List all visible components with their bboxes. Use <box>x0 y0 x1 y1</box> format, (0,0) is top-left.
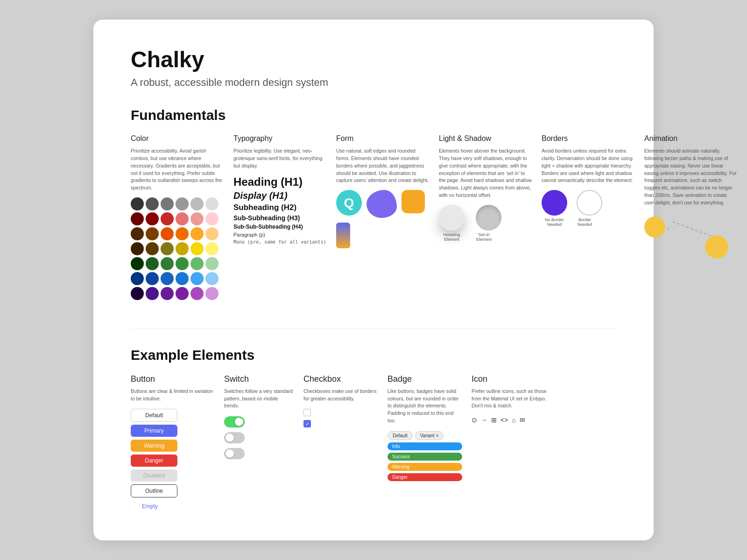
badge-danger[interactable]: Danger <box>388 473 462 481</box>
typography-label: Typography <box>233 134 327 143</box>
form-shape-bar <box>336 223 350 248</box>
button-disabled: Disabled <box>131 469 177 482</box>
swatch <box>176 197 189 210</box>
anim-arrow: ↓ <box>664 221 675 234</box>
typography-description: Prioritize legibility. Use elegant, neo-… <box>233 147 327 169</box>
icon-row: ⊙ → ⊞ <> ⌂ ✉ <box>472 416 556 424</box>
button-default[interactable]: Default <box>131 409 177 422</box>
swatch <box>146 257 159 270</box>
animation-area: ↓ <box>644 212 738 259</box>
swatch <box>176 212 189 225</box>
swatch <box>176 242 189 255</box>
form-shape-square <box>402 190 425 213</box>
badge-label: Badge <box>388 374 462 384</box>
switch-knob <box>226 434 234 442</box>
swatch <box>161 287 174 300</box>
swatch <box>176 287 189 300</box>
swatch <box>146 272 159 285</box>
icon-arrow: → <box>481 416 487 424</box>
swatch <box>190 242 204 255</box>
form-shape-q: Q <box>336 190 362 216</box>
hovering-element <box>439 205 465 231</box>
swatch <box>205 287 218 300</box>
checkbox-checked[interactable]: ✓ <box>303 420 311 427</box>
button-empty[interactable]: Empty <box>131 500 177 512</box>
border-circle <box>577 190 602 216</box>
switch-off-1[interactable] <box>224 432 245 443</box>
light-shadow-description: Elements hover abover the background. Th… <box>439 147 532 199</box>
swatch <box>146 227 159 240</box>
color-label: Color <box>131 134 224 143</box>
badge-variant[interactable]: Variant × <box>415 431 444 440</box>
swatch <box>146 197 159 210</box>
switch-on[interactable] <box>224 416 245 427</box>
border-circles <box>542 190 635 216</box>
swatch <box>205 242 218 255</box>
typography-paragraph: Paragraph (p) <box>233 232 327 238</box>
icon-mail: ✉ <box>520 416 525 424</box>
ls-circles <box>439 205 532 231</box>
swatch <box>190 197 204 210</box>
badge-row-1: Default Variant × <box>388 431 462 440</box>
button-label: Button <box>131 374 215 384</box>
no-border-circle <box>542 190 567 216</box>
animation-label: Animation <box>644 134 738 143</box>
button-primary[interactable]: Primary <box>131 425 177 437</box>
form-shapes: Q <box>336 190 430 248</box>
swatch <box>176 272 189 285</box>
button-danger[interactable]: Danger <box>131 455 177 467</box>
swatch <box>161 257 174 270</box>
checkbox-description: Checkboxes make use of borders for great… <box>303 388 378 403</box>
badge-success[interactable]: Success <box>388 453 462 461</box>
swatch <box>190 212 204 225</box>
examples-grid: Button Buttons are clear & limited in va… <box>131 374 616 513</box>
swatch <box>190 227 204 240</box>
color-column: Color Prioritize accessibility. Avoid ga… <box>131 134 224 300</box>
page-title: Chalky <box>131 48 616 72</box>
typography-h4: Sub-Sub-Subheading (H4) <box>233 224 327 230</box>
header: Chalky A robust, accessible modern desig… <box>131 48 616 89</box>
page-subtitle: A robust, accessible modern design syste… <box>131 77 616 89</box>
ls-labels: Hovering Element 'Set-in' Element <box>439 232 532 242</box>
borders-description: Avoid borders unless required for extra … <box>542 147 635 184</box>
icon-label: Icon <box>472 374 556 384</box>
swatch <box>190 287 204 300</box>
button-description: Buttons are clear & limited in variation… <box>131 388 215 403</box>
section-divider <box>131 328 616 329</box>
typography-mono: Mono (pre, same for all variants) <box>233 239 327 245</box>
swatch <box>131 227 144 240</box>
form-description: Use natural, soft edges and rounded form… <box>336 147 430 184</box>
borders-label: Borders <box>542 134 635 143</box>
swatch <box>161 212 174 225</box>
animation-description: Elements should animate naturally, follo… <box>644 147 738 206</box>
typography-h2: Subheading (H2) <box>233 203 327 212</box>
badge-default[interactable]: Default <box>388 431 413 440</box>
swatch <box>131 287 144 300</box>
swatch <box>205 212 218 225</box>
light-shadow-column: Light & Shadow Elements hover abover the… <box>439 134 532 300</box>
swatch <box>190 272 204 285</box>
checkbox-label: Checkbox <box>303 374 378 384</box>
examples-section-title: Example Elements <box>131 347 616 363</box>
switch-list <box>224 416 294 459</box>
badge-info[interactable]: Info <box>388 442 462 450</box>
swatch <box>161 272 174 285</box>
border-needed-label: Border Needed <box>572 217 598 227</box>
switch-off-2[interactable] <box>224 448 245 459</box>
badge-warning[interactable]: Warning <box>388 463 462 471</box>
swatch <box>205 257 218 270</box>
swatch <box>161 227 174 240</box>
button-outline[interactable]: Outline <box>131 484 177 497</box>
fundamentals-section-title: Fundamentals <box>131 107 616 123</box>
button-column: Button Buttons are clear & limited in va… <box>131 374 215 513</box>
swatch <box>161 242 174 255</box>
checkbox-unchecked[interactable] <box>303 409 311 416</box>
switch-label: Switch <box>224 374 294 384</box>
form-label: Form <box>336 134 430 143</box>
typography-h3: Sub-Subheading (H3) <box>233 214 327 222</box>
switch-description: Switches follow a very standard pattern,… <box>224 388 294 410</box>
icon-home: ⌂ <box>512 416 515 424</box>
borders-column: Borders Avoid borders unless required fo… <box>542 134 635 300</box>
color-description: Prioritize accessibility. Avoid garish c… <box>131 147 224 192</box>
button-warning[interactable]: Warning <box>131 440 177 452</box>
